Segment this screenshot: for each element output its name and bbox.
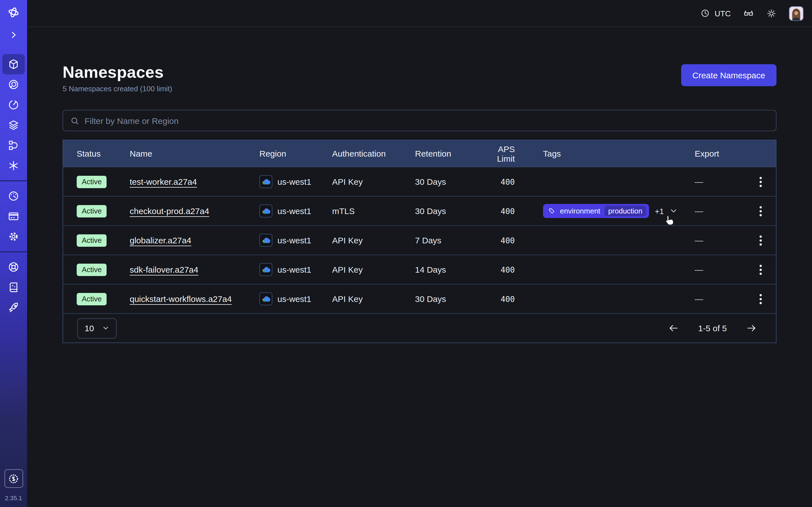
retention-period: 7 Days [415, 235, 480, 245]
glasses-icon [743, 8, 754, 18]
status-badge: Active [77, 263, 107, 276]
col-header-authentication: Authentication [332, 149, 415, 158]
theme-toggle-button[interactable] [766, 8, 776, 18]
support-lifebuoy-icon [7, 261, 20, 273]
page-header: Namespaces 5 Namespaces created (100 lim… [63, 63, 776, 93]
col-header-region: Region [259, 149, 332, 158]
retention-period: 30 Days [415, 206, 480, 216]
labs-glasses-button[interactable] [743, 8, 754, 18]
app-window: 2.35.1 UTC Namespaces [0, 0, 812, 507]
sidebar-item-deployments[interactable] [0, 115, 27, 135]
region-label: us-west1 [277, 265, 311, 274]
main-content: Namespaces 5 Namespaces created (100 lim… [27, 27, 812, 507]
timezone-label: UTC [714, 9, 731, 18]
sidebar-divider [0, 180, 27, 181]
gcp-cloud-icon [259, 175, 272, 188]
gcp-cloud-icon [259, 263, 272, 276]
page-size-value: 10 [85, 323, 94, 333]
namespace-link[interactable]: test-worker.a27a4 [130, 177, 197, 186]
aps-limit: 400 [480, 294, 543, 303]
arrow-right-icon [746, 323, 757, 334]
namespace-link[interactable]: sdk-failover.a27a4 [130, 265, 199, 274]
page-title: Namespaces [63, 63, 172, 81]
sidebar: 2.35.1 [0, 0, 27, 507]
namespace-link[interactable]: globalizer.a27a4 [130, 235, 192, 245]
sidebar-item-pipelines[interactable] [0, 135, 27, 156]
auth-method: API Key [332, 265, 415, 274]
sidebar-item-getting-started[interactable] [0, 297, 27, 318]
create-namespace-button[interactable]: Create Namespace [681, 64, 776, 86]
schedules-timer-icon [7, 99, 20, 111]
export-value: — [695, 177, 745, 186]
arrow-left-icon [668, 323, 679, 334]
sidebar-expand-button[interactable] [0, 25, 27, 45]
col-header-export: Export [695, 149, 745, 158]
filter-input[interactable] [85, 116, 769, 125]
table-header-row: Status Name Region Authentication Retent… [63, 140, 776, 167]
table-row: Active quickstart-workflows.a27a4 us-wes… [63, 284, 776, 313]
sidebar-item-workflows[interactable] [0, 74, 27, 95]
chevron-down-icon [669, 207, 678, 215]
status-badge: Active [77, 293, 107, 305]
retention-period: 30 Days [415, 177, 480, 186]
sidebar-item-support[interactable] [0, 257, 27, 277]
pagination-bar: 10 1-5 of 5 [63, 313, 776, 342]
nexus-asterisk-icon [7, 159, 20, 172]
row-actions-menu[interactable] [756, 261, 765, 278]
tag-key: environment [560, 207, 600, 215]
gcp-cloud-icon [259, 205, 272, 217]
gcp-cloud-icon [259, 292, 272, 305]
col-header-retention: Retention [415, 149, 480, 158]
timezone-selector[interactable]: UTC [700, 8, 731, 18]
namespace-link[interactable]: checkout-prod.a27a4 [130, 206, 209, 216]
tag-pill[interactable]: environment production [543, 204, 649, 218]
user-avatar[interactable] [789, 6, 804, 20]
export-value: — [695, 206, 745, 216]
auth-method: API Key [332, 294, 415, 304]
sidebar-item-docs[interactable] [0, 277, 27, 297]
tags-expand-button[interactable] [669, 207, 678, 215]
sidebar-item-billing[interactable] [0, 206, 27, 226]
retention-period: 14 Days [415, 265, 480, 274]
previous-page-button[interactable] [666, 321, 681, 336]
pagination-range: 1-5 of 5 [698, 323, 727, 333]
table-row: Active sdk-failover.a27a4 us-west1 API K… [63, 255, 776, 284]
pricing-button[interactable] [4, 469, 23, 488]
page-size-select[interactable]: 10 [77, 318, 117, 338]
col-header-tags: Tags [543, 149, 695, 158]
sidebar-divider [0, 251, 27, 252]
retention-period: 30 Days [415, 294, 480, 304]
auth-method: API Key [332, 177, 415, 186]
auth-method: mTLS [332, 206, 415, 216]
filter-bar [63, 110, 776, 131]
chevron-down-icon [102, 325, 109, 332]
next-page-button[interactable] [744, 321, 759, 336]
temporal-logo[interactable] [0, 0, 27, 25]
region-label: us-west1 [277, 177, 311, 186]
row-actions-menu[interactable] [756, 173, 765, 190]
namespace-link[interactable]: quickstart-workflows.a27a4 [130, 294, 232, 304]
sidebar-item-namespaces[interactable] [0, 54, 27, 74]
col-header-aps-limit: APS Limit [480, 144, 543, 163]
sidebar-item-usage[interactable] [0, 186, 27, 206]
settings-gear-icon [7, 230, 20, 243]
tags-cell: environment production +1 [543, 204, 695, 218]
search-icon [70, 116, 80, 125]
row-actions-menu[interactable] [756, 203, 765, 219]
clock-icon [700, 8, 710, 18]
sidebar-item-schedules[interactable] [0, 95, 27, 115]
sidebar-item-nexus[interactable] [0, 156, 27, 176]
row-actions-menu[interactable] [756, 290, 765, 307]
table-row: Active checkout-prod.a27a4 us-west1 mTLS… [63, 196, 776, 225]
sidebar-item-settings[interactable] [0, 226, 27, 247]
table-row: Active test-worker.a27a4 us-west1 API Ke… [63, 167, 776, 196]
table-row: Active globalizer.a27a4 us-west1 API Key… [63, 225, 776, 255]
billing-card-icon [7, 210, 20, 223]
avatar-image [790, 6, 803, 20]
tag-value: production [604, 206, 646, 216]
row-actions-menu[interactable] [756, 232, 765, 249]
usage-gauge-icon [7, 190, 20, 202]
sun-icon [766, 8, 776, 18]
col-header-name: Name [130, 149, 259, 158]
status-badge: Active [77, 175, 107, 188]
